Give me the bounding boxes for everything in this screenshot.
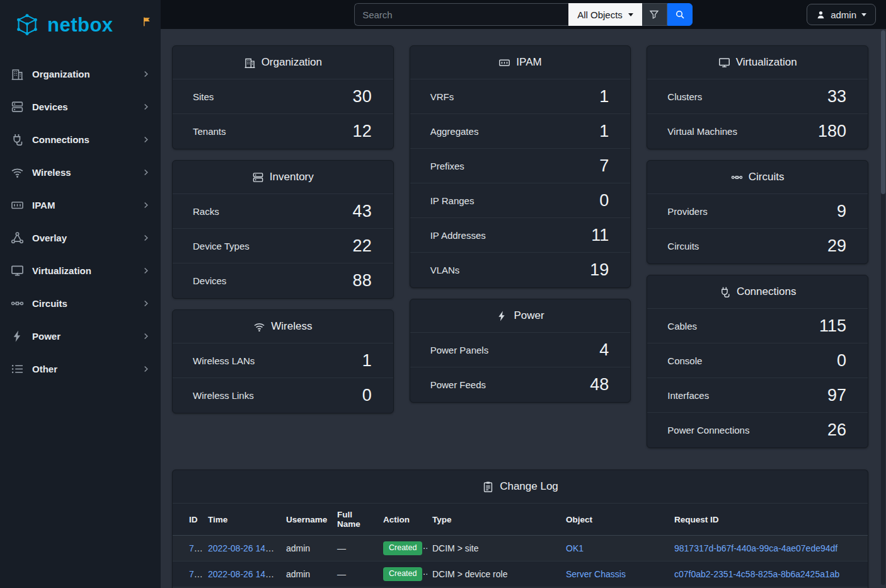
power-feeds-count[interactable]: 48 bbox=[590, 375, 609, 395]
change-object-link[interactable]: OK1 bbox=[566, 543, 584, 553]
sidebar-item-other[interactable]: Other bbox=[0, 352, 161, 385]
sidebar-item-devices[interactable]: Devices bbox=[0, 90, 161, 123]
card-title: Connections bbox=[737, 285, 797, 298]
power-connections-count[interactable]: 26 bbox=[827, 420, 846, 440]
scrollbar[interactable] bbox=[881, 30, 885, 585]
building-icon bbox=[244, 57, 256, 69]
connections-card: Connections Cables 115 Console 0 Interfa… bbox=[647, 275, 868, 448]
sites-count[interactable]: 30 bbox=[353, 87, 372, 107]
ip-addresses-link[interactable]: IP Addresses bbox=[430, 230, 486, 241]
scrollbar-thumb[interactable] bbox=[881, 30, 885, 194]
sidebar-item-wireless[interactable]: Wireless bbox=[0, 156, 161, 188]
server-icon bbox=[252, 171, 264, 183]
sidebar-item-virtualization[interactable]: Virtualization bbox=[0, 254, 161, 287]
cell-time: 2022-08-26 14:22 bbox=[203, 536, 281, 562]
inventory-card-header: Inventory bbox=[173, 161, 393, 194]
wireless-links-count[interactable]: 0 bbox=[362, 386, 372, 405]
created-badge: Created bbox=[383, 541, 422, 555]
power-panels-link[interactable]: Power Panels bbox=[430, 345, 489, 355]
stat-row: VLANs 19 bbox=[410, 253, 631, 287]
flag-icon[interactable] bbox=[142, 16, 152, 27]
change-time-link[interactable]: 2022-08-26 14:22 bbox=[208, 543, 278, 553]
circuits-card: Circuits Providers 9 Circuits 29 bbox=[647, 160, 868, 264]
aggregates-link[interactable]: Aggregates bbox=[430, 126, 479, 137]
wireless-lans-link[interactable]: Wireless LANs bbox=[193, 355, 255, 366]
vlans-count[interactable]: 19 bbox=[590, 260, 609, 280]
monitor-icon bbox=[11, 264, 24, 277]
sidebar-item-label: Virtualization bbox=[32, 265, 141, 276]
device-types-link[interactable]: Device Types bbox=[193, 241, 250, 251]
ip-ranges-link[interactable]: IP Ranges bbox=[430, 195, 475, 206]
power-feeds-link[interactable]: Power Feeds bbox=[430, 379, 486, 390]
ip-addresses-count[interactable]: 11 bbox=[591, 226, 609, 245]
cell-type: DCIM > site bbox=[427, 536, 561, 562]
prefixes-link[interactable]: Prefixes bbox=[430, 161, 464, 171]
column-header-username: Username bbox=[281, 504, 332, 536]
change-object-link[interactable]: Server Chassis bbox=[566, 569, 626, 579]
cables-link[interactable]: Cables bbox=[667, 321, 697, 331]
racks-link[interactable]: Racks bbox=[193, 206, 219, 217]
virtualization-card: Virtualization Clusters 33 Virtual Machi… bbox=[647, 45, 868, 149]
user-menu[interactable]: admin bbox=[807, 4, 876, 25]
request-id-link[interactable]: 9817317d-b67f-440a-99ca-4ae07ede94df bbox=[674, 543, 837, 553]
change-id-link[interactable]: 755 bbox=[189, 543, 203, 553]
transit-icon bbox=[11, 297, 24, 310]
wireless-lans-count[interactable]: 1 bbox=[362, 351, 372, 371]
object-type-select[interactable]: All Objects bbox=[568, 3, 642, 26]
providers-link[interactable]: Providers bbox=[667, 206, 707, 217]
column-header-request-id: Request ID bbox=[669, 504, 868, 536]
sidebar-item-overlay[interactable]: Overlay bbox=[0, 221, 161, 254]
power-connections-link[interactable]: Power Connections bbox=[667, 425, 749, 435]
stat-row: Racks 43 bbox=[173, 194, 393, 229]
clusters-link[interactable]: Clusters bbox=[667, 91, 702, 102]
column-header-object: Object bbox=[561, 504, 669, 536]
ip-ranges-count[interactable]: 0 bbox=[599, 191, 609, 210]
device-types-count[interactable]: 22 bbox=[353, 236, 372, 256]
interfaces-link[interactable]: Interfaces bbox=[667, 390, 709, 401]
wireless-links-link[interactable]: Wireless Links bbox=[193, 390, 254, 401]
sidebar-item-ipam[interactable]: IPAM bbox=[0, 188, 161, 221]
change-id-link[interactable]: 754 bbox=[189, 569, 203, 579]
virtual-machines-count[interactable]: 180 bbox=[818, 122, 846, 141]
tenants-link[interactable]: Tenants bbox=[193, 126, 226, 137]
search-button[interactable] bbox=[667, 3, 693, 26]
vrfs-count[interactable]: 1 bbox=[599, 87, 609, 107]
cell-request-id: c07f0ab2-2351-4c58-825a-8b6a2425a1ab bbox=[669, 561, 868, 587]
ipam-card: IPAM VRFs 1 Aggregates 1 Prefixes 7 bbox=[410, 45, 631, 288]
dashboard-column-1: Organization Sites 30 Tenants 12 bbox=[172, 45, 394, 413]
search-input[interactable] bbox=[354, 3, 568, 26]
card-title: Virtualization bbox=[736, 56, 797, 69]
sites-link[interactable]: Sites bbox=[193, 91, 214, 102]
sidebar-item-organization[interactable]: Organization bbox=[0, 57, 161, 90]
circuits-link[interactable]: Circuits bbox=[667, 241, 699, 251]
sidebar-nav: Organization Devices Connections Wireles… bbox=[0, 50, 161, 385]
change-time-link[interactable]: 2022-08-26 14:17 bbox=[208, 569, 278, 579]
devices-count[interactable]: 88 bbox=[353, 271, 372, 291]
request-id-link[interactable]: c07f0ab2-2351-4c58-825a-8b6a2425a1ab bbox=[674, 569, 839, 579]
devices-link[interactable]: Devices bbox=[193, 275, 226, 286]
cables-count[interactable]: 115 bbox=[819, 316, 846, 336]
interfaces-count[interactable]: 97 bbox=[827, 386, 846, 405]
tenants-count[interactable]: 12 bbox=[353, 122, 372, 141]
clusters-count[interactable]: 33 bbox=[827, 87, 846, 107]
vrfs-link[interactable]: VRFs bbox=[430, 91, 454, 102]
vlans-link[interactable]: VLANs bbox=[430, 265, 460, 275]
sidebar: netbox Organization Devices Connections bbox=[0, 0, 161, 588]
virtual-machines-link[interactable]: Virtual Machines bbox=[667, 126, 737, 137]
filter-button[interactable] bbox=[642, 3, 667, 26]
prefixes-count[interactable]: 7 bbox=[599, 156, 609, 176]
power-panels-count[interactable]: 4 bbox=[599, 340, 609, 360]
chevron-right-icon bbox=[141, 135, 151, 144]
netbox-logo[interactable]: netbox bbox=[13, 11, 113, 40]
console-count[interactable]: 0 bbox=[837, 351, 846, 371]
cube-wireframe-icon bbox=[13, 11, 42, 40]
sidebar-item-power[interactable]: Power bbox=[0, 320, 161, 352]
aggregates-count[interactable]: 1 bbox=[599, 122, 609, 141]
sidebar-item-connections[interactable]: Connections bbox=[0, 123, 161, 156]
console-link[interactable]: Console bbox=[667, 355, 702, 366]
circuits-count[interactable]: 29 bbox=[827, 236, 846, 256]
racks-count[interactable]: 43 bbox=[353, 202, 372, 221]
sidebar-item-circuits[interactable]: Circuits bbox=[0, 287, 161, 320]
chevron-right-icon bbox=[141, 233, 151, 243]
providers-count[interactable]: 9 bbox=[837, 202, 846, 221]
